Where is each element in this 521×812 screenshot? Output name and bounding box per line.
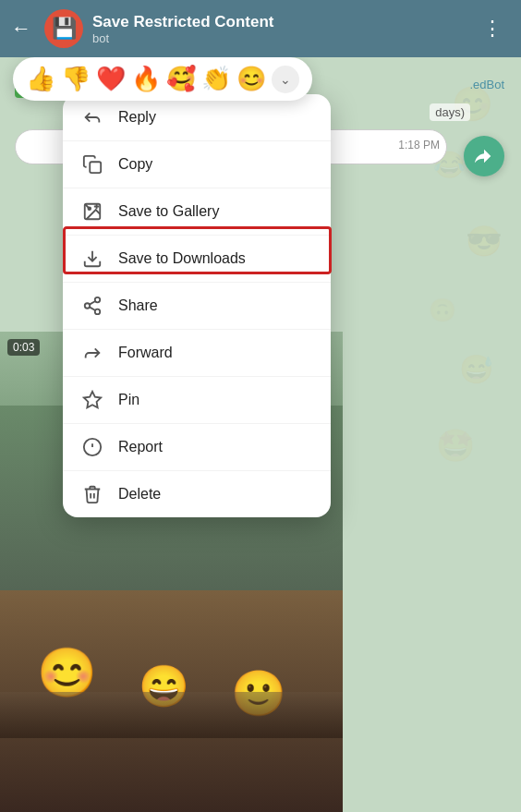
reaction-clap[interactable]: 👏 (201, 65, 231, 93)
back-button[interactable]: ← (11, 17, 31, 41)
app-header: ← 💾 Save Restricted Content bot ⋮ (0, 0, 521, 57)
menu-item-pin[interactable]: Pin (63, 377, 331, 424)
menu-item-copy[interactable]: Copy (63, 141, 331, 188)
download-icon (81, 248, 103, 270)
svg-point-7 (85, 303, 91, 309)
avatar: 💾 (44, 9, 83, 48)
chat-background: 😊 😂 😎 🙃 😅 🤩 BAS ✓ .edBot days) 1:18 PM 😊… (0, 57, 521, 812)
menu-item-reply[interactable]: Reply (63, 94, 331, 141)
reaction-fire[interactable]: 🔥 (131, 65, 161, 93)
menu-label-delete: Delete (118, 486, 161, 503)
days-label: days) (430, 103, 470, 121)
header-menu-button[interactable]: ⋮ (475, 13, 510, 44)
menu-label-share: Share (118, 297, 158, 314)
copy-icon (81, 153, 103, 176)
svg-line-9 (90, 307, 95, 310)
message-time: 1:18 PM (398, 139, 440, 151)
edbot-label: .edBot (469, 78, 504, 91)
share-icon (81, 295, 103, 317)
menu-label-copy: Copy (118, 156, 152, 173)
header-info: Save Restricted Content bot (92, 13, 466, 45)
menu-item-gallery[interactable]: Save to Gallery (63, 188, 331, 236)
svg-line-10 (90, 301, 95, 305)
reaction-thumbsdown[interactable]: 👎 (61, 65, 91, 93)
menu-item-share[interactable]: Share (63, 283, 331, 330)
menu-item-downloads[interactable]: Save to Downloads (63, 236, 331, 283)
forward-icon (81, 342, 103, 364)
menu-label-gallery: Save to Gallery (118, 203, 219, 220)
menu-label-pin: Pin (118, 392, 139, 408)
reactions-expand-button[interactable]: ⌄ (272, 66, 299, 93)
reply-icon (81, 106, 103, 128)
menu-item-forward[interactable]: Forward (63, 330, 331, 377)
delete-icon (81, 483, 103, 505)
video-timer: 0:03 (7, 339, 40, 356)
svg-point-6 (95, 297, 101, 303)
menu-item-report[interactable]: Report (63, 424, 331, 471)
pin-icon (81, 389, 103, 411)
reaction-thumbsup[interactable]: 👍 (26, 65, 55, 93)
menu-label-forward: Forward (118, 345, 173, 361)
menu-label-report: Report (118, 439, 163, 455)
svg-point-8 (95, 309, 101, 315)
context-menu: Reply Copy (63, 94, 331, 517)
reaction-smile[interactable]: 😊 (236, 65, 266, 93)
reaction-heart[interactable]: ❤️ (96, 65, 126, 93)
reactions-bar: 👍 👎 ❤️ 🔥 🥰 👏 😊 ⌄ (13, 57, 312, 101)
report-icon (81, 436, 103, 458)
header-title: Save Restricted Content (92, 13, 466, 31)
menu-label-reply: Reply (118, 109, 156, 126)
gallery-icon (81, 200, 103, 223)
menu-item-delete[interactable]: Delete (63, 471, 331, 517)
header-subtitle: bot (92, 31, 466, 45)
reaction-love[interactable]: 🥰 (166, 65, 196, 93)
forward-button[interactable] (464, 136, 504, 176)
menu-label-downloads: Save to Downloads (118, 250, 246, 267)
svg-rect-0 (90, 162, 101, 173)
